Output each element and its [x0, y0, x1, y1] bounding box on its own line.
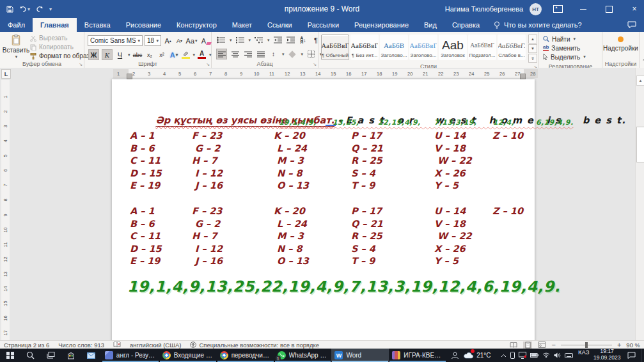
weather-widget[interactable]: 21°C: [464, 349, 498, 362]
font-name-select[interactable]: Comic Sans MS▾: [88, 35, 143, 46]
user-name[interactable]: Нагима Тюлюбергенева: [445, 5, 523, 13]
battery-icon[interactable]: [530, 353, 538, 358]
proofing-icon[interactable]: [113, 342, 121, 348]
tab-draw[interactable]: Рисование: [118, 18, 169, 32]
underline-dropdown-icon[interactable]: ▾: [128, 52, 130, 58]
highlight-dropdown-icon[interactable]: ▾: [193, 52, 196, 58]
people-button[interactable]: [446, 349, 464, 362]
taskbar-app-chrome-mail[interactable]: Входящие (52...: [159, 349, 217, 362]
styles-gallery-more-button[interactable]: ⊽: [528, 54, 537, 63]
shrink-font-button[interactable]: А▾: [175, 36, 184, 45]
comments-button[interactable]: [627, 18, 644, 32]
keyboard-language[interactable]: КАЗ: [576, 349, 592, 362]
line-spacing-dropdown-icon[interactable]: ▾: [282, 52, 285, 57]
decrease-indent-button[interactable]: [273, 35, 283, 45]
word-count[interactable]: Число слов: 913: [58, 342, 104, 349]
read-mode-button[interactable]: [509, 342, 518, 349]
shading-button[interactable]: [288, 49, 297, 59]
tab-view[interactable]: Вид: [416, 18, 444, 32]
tray-expand-icon[interactable]: [501, 354, 507, 358]
grow-font-button[interactable]: А▴: [163, 36, 173, 45]
paragraph-dialog-launcher[interactable]: ↘: [313, 62, 317, 67]
collapse-ribbon-button[interactable]: [640, 32, 644, 68]
taskbar-app-word[interactable]: W Word: [331, 349, 389, 362]
paste-dropdown-icon[interactable]: ▾: [15, 54, 18, 59]
replace-button[interactable]: ab Заменить: [543, 43, 602, 52]
style-subtitle[interactable]: АаБбВвГ Подзагол...: [468, 35, 496, 60]
avatar[interactable]: НТ: [530, 3, 542, 15]
display-icon[interactable]: [519, 352, 526, 359]
select-button[interactable]: Выделить▾: [543, 52, 602, 61]
language-indicator[interactable]: английский (США): [130, 342, 181, 349]
styles-scroll-down-button[interactable]: ▼: [528, 44, 537, 53]
font-color-button[interactable]: А: [198, 51, 206, 59]
font-size-select[interactable]: 18▾: [145, 35, 161, 46]
numbering-button[interactable]: [235, 35, 245, 45]
zoom-slider[interactable]: [561, 345, 612, 345]
tab-review[interactable]: Рецензирование: [347, 18, 416, 32]
tab-home[interactable]: Главная: [33, 18, 77, 32]
taskbar-search-button[interactable]: [20, 349, 41, 362]
task-view-button[interactable]: [41, 349, 61, 362]
mail-button[interactable]: [81, 349, 102, 362]
align-left-button[interactable]: [216, 49, 227, 59]
show-desktop-button[interactable]: [641, 349, 644, 362]
accessibility-status[interactable]: Специальные возможности: все в порядке: [190, 342, 319, 349]
align-right-button[interactable]: [243, 49, 253, 59]
numbering-dropdown-icon[interactable]: ▾: [249, 38, 251, 43]
repeat-button[interactable]: [36, 6, 43, 12]
bold-button[interactable]: Ж: [88, 49, 99, 60]
tab-stop-selector[interactable]: L: [1, 69, 11, 79]
multilevel-list-button[interactable]: [254, 35, 263, 45]
style-heading2[interactable]: АаБбВвГ Заголово...: [409, 35, 437, 60]
vertical-ruler[interactable]: 1234567891011121314151617: [1, 80, 10, 341]
shading-dropdown-icon[interactable]: ▾: [301, 52, 304, 57]
start-button[interactable]: [0, 349, 20, 362]
bullets-dropdown-icon[interactable]: ▾: [230, 38, 232, 43]
highlight-color-button[interactable]: [182, 51, 190, 59]
paste-button[interactable]: Вставить ▾: [2, 34, 30, 60]
minimize-button[interactable]: [574, 0, 593, 18]
taskbar-app-whatsapp[interactable]: 1 WhatsApp Web: [274, 349, 332, 362]
phone-link-icon[interactable]: [510, 352, 515, 359]
first-line-indent-marker[interactable]: [127, 74, 132, 79]
subscript-button[interactable]: x₂: [145, 50, 155, 59]
taskbar-app-winrar[interactable]: ИГРА-КВЕСТ ...: [389, 349, 446, 362]
zoom-out-button[interactable]: −: [551, 342, 555, 348]
superscript-button[interactable]: x²: [157, 50, 167, 59]
customize-qat-icon[interactable]: ▾: [49, 6, 52, 12]
tab-design[interactable]: Конструктор: [169, 18, 224, 32]
close-button[interactable]: ×: [625, 0, 644, 18]
right-indent-marker[interactable]: [520, 74, 526, 79]
scrollbar-thumb[interactable]: [636, 127, 644, 162]
style-subtle-emphasis[interactable]: АаБбВвГ. Слабое в...: [498, 35, 526, 60]
taskbar-app-chrome-translate[interactable]: переводчик - ...: [217, 349, 274, 362]
keyboard-icon[interactable]: [565, 353, 573, 358]
multilevel-dropdown-icon[interactable]: ▾: [267, 38, 270, 43]
speaker-icon[interactable]: [554, 352, 561, 358]
line-spacing-button[interactable]: ↕: [269, 49, 278, 59]
tab-help[interactable]: Справка: [444, 18, 487, 32]
strikethrough-button[interactable]: abc: [133, 50, 143, 59]
sort-button[interactable]: АЯ↓: [299, 35, 308, 45]
addins-button[interactable]: Надстройки: [603, 36, 638, 52]
tab-layout[interactable]: Макет: [224, 18, 260, 32]
store-button[interactable]: [61, 349, 81, 362]
increase-indent-button[interactable]: [286, 35, 295, 45]
vertical-scrollbar[interactable]: ▲: [635, 68, 644, 341]
clear-formatting-button[interactable]: А: [199, 36, 208, 45]
page-indicator[interactable]: Страница 2 из 6: [4, 342, 49, 349]
scroll-up-button[interactable]: ▲: [636, 75, 644, 86]
underline-button[interactable]: Ч: [115, 50, 125, 59]
align-center-button[interactable]: [230, 49, 240, 59]
horizontal-ruler[interactable]: 1234567891011121314151617181920212223242…: [113, 69, 538, 78]
bullets-button[interactable]: [216, 35, 226, 45]
undo-dropdown-icon[interactable]: ▾: [27, 6, 30, 12]
style-no-spacing[interactable]: АаБбВвГ ¶ Без инт...: [350, 35, 379, 60]
tell-me-box[interactable]: Что вы хотите сделать?: [487, 18, 588, 32]
taskbar-app-docs[interactable]: англ - Результ...: [102, 349, 159, 362]
font-dialog-launcher[interactable]: ↘: [206, 62, 210, 67]
clock[interactable]: 19:17 19.09.2023: [592, 349, 622, 362]
action-center-button[interactable]: [622, 349, 641, 362]
zoom-level[interactable]: 90 %: [626, 342, 640, 349]
